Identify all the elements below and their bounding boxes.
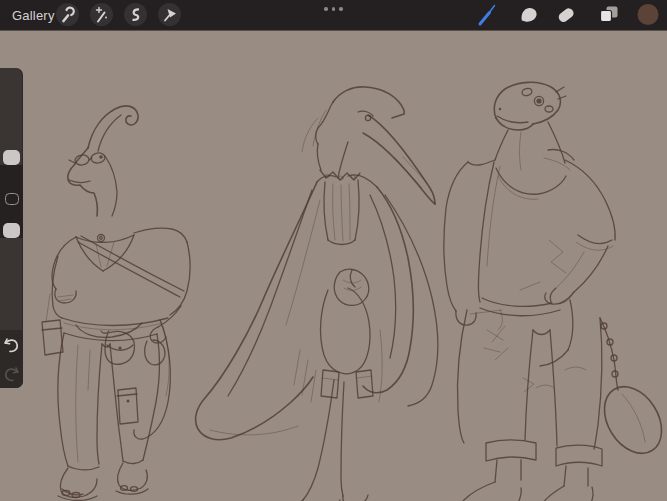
selection-s-icon: [124, 3, 147, 26]
gallery-label: Gallery: [12, 8, 55, 23]
adjustments-button[interactable]: [90, 3, 113, 26]
smudge-icon: [512, 0, 542, 30]
wrench-icon: [56, 3, 79, 26]
sketch-ankylosaur-character: [444, 82, 667, 501]
transform-arrow-icon: [158, 3, 181, 26]
color-swatch-button[interactable]: [633, 0, 663, 30]
sidebar: [0, 68, 23, 388]
color-swatch: [633, 0, 663, 30]
eraser-icon: [551, 0, 581, 30]
sketch-parasaur-character: [42, 106, 190, 501]
toolbar: Gallery: [0, 0, 667, 31]
layers-button[interactable]: [593, 0, 623, 30]
layers-icon: [593, 0, 623, 30]
gallery-button[interactable]: Gallery: [12, 0, 55, 30]
multitask-dots-icon[interactable]: [324, 7, 343, 11]
selection-button[interactable]: [124, 3, 147, 26]
brush-icon: [471, 0, 501, 30]
redo-button[interactable]: [6, 368, 18, 380]
undo-button[interactable]: [5, 339, 17, 351]
drawing-canvas[interactable]: [0, 30, 667, 501]
transform-button[interactable]: [158, 3, 181, 26]
smudge-tool-button[interactable]: [512, 0, 542, 30]
actions-button[interactable]: [56, 3, 79, 26]
sketch-quetzal-character: [196, 87, 438, 501]
erase-tool-button[interactable]: [551, 0, 581, 30]
magic-wand-icon: [90, 3, 113, 26]
character-sketch: [0, 30, 667, 501]
paint-tool-button[interactable]: [471, 0, 501, 30]
